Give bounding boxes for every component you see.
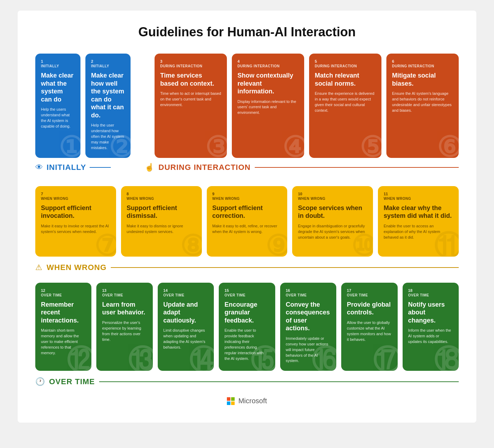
over-time-label: OVER TIME — [49, 377, 95, 386]
top-section: 1 INITIALLY Make clear what the system c… — [35, 54, 459, 176]
card-8-watermark: ⑧ — [180, 232, 202, 257]
card-3: 3 DURING INTERACTION Time services based… — [155, 54, 227, 158]
card-3-number: 3 — [160, 59, 221, 63]
card-2-number: 2 — [91, 59, 125, 63]
card-7-desc: Make it easy to invoke or request the AI… — [41, 223, 110, 235]
page-title: Guidelines for Human-AI Interaction — [35, 25, 459, 39]
card-11-category: WHEN WRONG — [384, 197, 453, 201]
card-2-category: INITIALLY — [91, 64, 125, 68]
card-13-desc: Personalize the user's experience by lea… — [102, 320, 147, 343]
card-1-number: 1 — [41, 59, 75, 63]
card-17-number: 17 — [347, 288, 392, 293]
over-time-label-row: 🕐 OVER TIME — [35, 377, 459, 386]
card-14-number: 14 — [163, 288, 208, 293]
card-18-desc: Inform the user when the AI system adds … — [408, 328, 453, 345]
card-5-watermark: ⑤ — [360, 133, 381, 158]
card-3-desc: Time when to act or interrupt based on t… — [160, 91, 221, 108]
card-15: 15 OVER TIME Encourage granular feedback… — [219, 283, 275, 371]
card-10-title: Scope services when in doubt. — [298, 204, 367, 220]
card-10-category: WHEN WRONG — [298, 197, 367, 201]
card-9-watermark: ⑨ — [265, 232, 287, 257]
card-1-title: Make clear what the system can do — [41, 72, 75, 103]
card-9-title: Support efficient correction. — [212, 204, 282, 220]
card-12-desc: Maintain short-term memory and allow the… — [41, 328, 86, 356]
card-7-title: Support efficient invocation. — [41, 204, 110, 220]
card-1-category: INITIALLY — [41, 64, 75, 68]
card-12-category: OVER TIME — [41, 293, 86, 297]
card-16-category: OVER TIME — [286, 293, 331, 297]
card-3-watermark: ③ — [205, 133, 227, 158]
microsoft-logo — [227, 397, 235, 405]
card-15-number: 15 — [224, 288, 269, 293]
card-17-desc: Allow the user to globally customize wha… — [347, 320, 392, 343]
card-8-category: WHEN WRONG — [127, 197, 196, 201]
card-13-number: 13 — [102, 288, 147, 293]
card-4: 4 DURING INTERACTION Show contextually r… — [232, 54, 304, 158]
card-3-category: DURING INTERACTION — [160, 64, 221, 68]
card-1-desc: Help the users understand what the AI sy… — [41, 107, 75, 129]
during-icon: ☝ — [145, 163, 154, 172]
card-14-title: Update and adapt cautiously. — [163, 301, 208, 325]
card-3-title: Time services based on context. — [160, 72, 221, 87]
card-4-category: DURING INTERACTION — [237, 64, 299, 68]
card-17-title: Provide global controls. — [347, 301, 392, 317]
initially-icon: 👁 — [35, 163, 43, 172]
company-name: Microsoft — [238, 397, 267, 405]
when-wrong-icon: ⚠ — [35, 263, 42, 272]
card-17-watermark: ⑰ — [373, 346, 398, 371]
card-18-watermark: ⑱ — [434, 346, 459, 371]
card-4-watermark: ④ — [282, 133, 304, 158]
card-6-title: Mitigate social biases. — [392, 72, 453, 87]
card-5-category: DURING INTERACTION — [315, 64, 376, 68]
card-10: 10 WHEN WRONG Scope services when in dou… — [292, 186, 373, 257]
footer: Microsoft — [35, 397, 459, 405]
card-13-category: OVER TIME — [102, 293, 147, 297]
card-7: 7 WHEN WRONG Support efficient invocatio… — [35, 186, 116, 257]
card-6: 6 DURING INTERACTION Mitigate social bia… — [386, 54, 459, 158]
ms-logo-red — [227, 397, 230, 401]
card-7-watermark: ⑦ — [94, 232, 116, 257]
ms-logo-blue — [227, 401, 230, 405]
card-8-title: Support efficient dismissal. — [127, 204, 196, 220]
over-time-section: 12 OVER TIME Remember recent interaction… — [35, 283, 459, 387]
card-16-desc: Immediately update or convey how user ac… — [286, 336, 331, 364]
card-13: 13 OVER TIME Learn from user behavior. P… — [96, 283, 152, 371]
card-1-watermark: ① — [59, 133, 80, 158]
card-7-number: 7 — [41, 192, 110, 196]
card-14: 14 OVER TIME Update and adapt cautiously… — [158, 283, 214, 371]
card-14-category: OVER TIME — [163, 293, 208, 297]
card-8: 8 WHEN WRONG Support efficient dismissal… — [121, 186, 202, 257]
card-4-number: 4 — [237, 59, 299, 63]
card-17: 17 OVER TIME Provide global controls. Al… — [341, 283, 397, 371]
card-6-watermark: ⑥ — [437, 133, 459, 158]
card-2-desc: Help the user understand how often the A… — [91, 123, 125, 151]
card-6-category: DURING INTERACTION — [392, 64, 453, 68]
card-8-desc: Make it easy to dismiss or ignore undesi… — [127, 223, 196, 235]
ms-logo-yellow — [231, 401, 235, 405]
card-7-category: WHEN WRONG — [41, 197, 110, 201]
card-11-desc: Enable the user to access an explanation… — [384, 223, 453, 240]
card-17-category: OVER TIME — [347, 293, 392, 297]
card-1: 1 INITIALLY Make clear what the system c… — [35, 54, 80, 158]
card-11-number: 11 — [384, 192, 453, 196]
card-12: 12 OVER TIME Remember recent interaction… — [35, 283, 91, 371]
card-9-category: WHEN WRONG — [212, 197, 282, 201]
card-9-desc: Make it easy to edit, refine, or recover… — [212, 223, 282, 235]
card-2: 2 INITIALLY Make clear how well the syst… — [85, 54, 131, 158]
over-time-line — [99, 381, 459, 382]
card-12-title: Remember recent interactions. — [41, 301, 86, 325]
card-10-desc: Engage in disambiguation or gracefully d… — [298, 223, 367, 240]
card-15-category: OVER TIME — [224, 293, 269, 297]
card-18-category: OVER TIME — [408, 293, 453, 297]
card-15-desc: Enable the user to provide feedback indi… — [224, 328, 269, 362]
card-9: 9 WHEN WRONG Support efficient correctio… — [207, 186, 288, 257]
card-8-number: 8 — [127, 192, 196, 196]
card-15-title: Encourage granular feedback. — [224, 301, 269, 325]
card-13-watermark: ⑬ — [128, 346, 153, 371]
card-13-title: Learn from user behavior. — [102, 301, 147, 317]
ms-logo-green — [231, 397, 235, 401]
card-11: 11 WHEN WRONG Make clear why the system … — [378, 186, 459, 257]
page-wrapper: Guidelines for Human-AI Interaction 1 IN… — [18, 11, 476, 423]
card-6-desc: Ensure the AI system's language and beha… — [392, 91, 453, 113]
card-18: 18 OVER TIME Notify users about changes.… — [403, 283, 459, 371]
